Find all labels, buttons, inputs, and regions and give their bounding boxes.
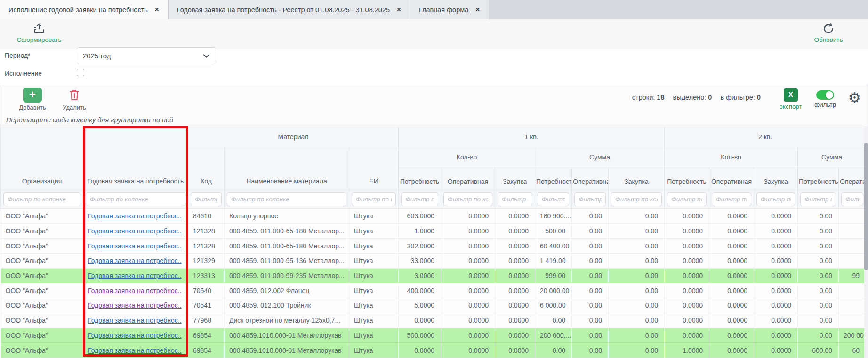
col-header-operative-10[interactable]: Оперативная (839, 167, 866, 190)
request-link[interactable]: Годовая заявка на потребнос.. (88, 287, 182, 294)
table-row[interactable]: ООО "Альфа"Годовая заявка на потребнос..… (1, 239, 866, 254)
tab-annual-request-registry[interactable]: Годовая заявка на потребность - Реестр о… (169, 0, 410, 19)
group-header-q1-qty[interactable]: Кол-во (399, 147, 535, 167)
col-header-operative-1[interactable]: Оперативная (441, 167, 495, 190)
cell-code: 69854 (188, 328, 225, 343)
table-row[interactable]: ООО "Альфа"Годовая заявка на потребнос..… (1, 313, 866, 328)
filter-input-org[interactable] (3, 192, 80, 206)
col-header-operative-4[interactable]: Оперативная (572, 167, 609, 190)
col-header-request[interactable]: Годовая заявка на потребность (83, 127, 188, 190)
request-link[interactable]: Годовая заявка на потребнос.. (88, 242, 182, 250)
col-header-code[interactable]: Код (188, 147, 225, 190)
filter-input-q1-sum-need[interactable] (538, 192, 569, 206)
filter-cell (399, 190, 441, 209)
col-header-need-3[interactable]: Потребность (535, 167, 572, 190)
cell-name: 000.4859.1010.000-01 Металлорукав (225, 343, 349, 358)
request-link[interactable]: Годовая заявка на потребнос.. (88, 257, 182, 264)
cell-unit: Штука (349, 268, 399, 283)
col-header-name[interactable]: Наименование материала (225, 147, 349, 190)
col-header-need-0[interactable]: Потребность (399, 167, 441, 190)
col-header-need-9[interactable]: Потребность (798, 167, 839, 190)
request-link[interactable]: Годовая заявка на потребнос.. (88, 212, 182, 220)
request-link[interactable]: Годовая заявка на потребнос.. (88, 332, 182, 339)
cell-org: ООО "Альфа" (1, 283, 83, 298)
filter-input-q1-sum-oper[interactable] (574, 192, 606, 206)
cell-q2-sum-need: 0.00 (798, 223, 839, 239)
filter-input-q1-qty-pur[interactable] (498, 192, 532, 206)
col-header-purchase-2[interactable]: Закупка (495, 167, 535, 190)
cell-q1-sum-pur: 0.00 (609, 313, 665, 328)
period-select[interactable]: 2025 год (77, 47, 216, 64)
group-header-material[interactable]: Материал (188, 127, 399, 147)
group-header-q2-qty[interactable]: Кол-во (665, 147, 798, 167)
table-row[interactable]: ООО "Альфа"Годовая заявка на потребнос..… (1, 298, 866, 313)
delete-button[interactable]: Удалить (58, 88, 91, 111)
request-link[interactable]: Годовая заявка на потребнос.. (88, 317, 182, 324)
cell-q1-qty-oper: 0.0000 (441, 283, 495, 298)
table-row[interactable]: ООО "Альфа"Годовая заявка на потребнос..… (1, 343, 866, 358)
col-header-purchase-5[interactable]: Закупка (609, 167, 665, 190)
scrollbar-thumb[interactable] (864, 143, 868, 270)
cell-q1-sum-oper: 0.00 (572, 254, 609, 269)
close-icon[interactable]: ✕ (154, 6, 160, 13)
cell-q2-qty-need: 1.0000 (665, 343, 709, 358)
export-button[interactable]: X экспорт (780, 88, 802, 110)
filter-input-q1-qty-oper[interactable] (443, 192, 492, 206)
table-row[interactable]: ООО "Альфа"Годовая заявка на потребнос..… (1, 209, 866, 224)
request-link[interactable]: Годовая заявка на потребнос.. (88, 347, 182, 354)
trash-icon (69, 88, 80, 103)
request-link[interactable]: Годовая заявка на потребнос.. (88, 272, 182, 279)
filter-input-q2-qty-oper[interactable] (712, 192, 751, 206)
cell-q2-qty-oper: 0.0000 (709, 343, 754, 358)
group-header-q2-sum[interactable]: Сумма (798, 147, 866, 167)
filter-toggle[interactable]: фильтр (814, 90, 836, 108)
filter-label: фильтр (814, 101, 836, 108)
filter-cell (709, 190, 754, 209)
filter-input-unit[interactable] (352, 192, 396, 206)
filter-input-q2-qty-need[interactable] (667, 192, 707, 206)
cell-q2-sum-oper (839, 223, 866, 239)
add-button[interactable]: + Добавить (15, 88, 50, 111)
filter-input-q1-sum-pur[interactable] (611, 192, 662, 206)
table-row[interactable]: ООО "Альфа"Годовая заявка на потребнос..… (1, 254, 866, 269)
refresh-button[interactable]: Обновить (810, 22, 847, 43)
cell-name: 000.4859. 011.000-65-180 Металлор... (225, 239, 349, 254)
filter-input-q1-qty-need[interactable] (401, 192, 438, 206)
table-row[interactable]: ООО "Альфа"Годовая заявка на потребнос..… (1, 268, 866, 283)
filter-cell (495, 190, 535, 209)
table-row[interactable]: ООО "Альфа"Годовая заявка на потребнос..… (1, 283, 866, 298)
request-link[interactable]: Годовая заявка на потребнос.. (88, 302, 182, 309)
table-row[interactable]: ООО "Альфа"Годовая заявка на потребнос..… (1, 328, 866, 343)
filter-input-q2-qty-pur[interactable] (756, 192, 795, 206)
request-link[interactable]: Годовая заявка на потребнос.. (88, 227, 182, 235)
cell-q1-sum-pur: 0.00 (609, 254, 665, 269)
gear-icon[interactable]: ⚙︎ (848, 91, 861, 105)
col-header-org[interactable]: Организация (1, 127, 83, 190)
filter-input-name[interactable] (227, 192, 346, 206)
col-header-unit[interactable]: ЕИ (349, 147, 399, 190)
filter-input-q2-sum-oper[interactable] (841, 192, 863, 206)
group-header-q1[interactable]: 1 кв. (399, 127, 665, 147)
cell-q2-qty-oper: 0.0000 (709, 239, 754, 254)
filter-input-request[interactable] (86, 192, 185, 206)
filter-input-code[interactable] (191, 192, 222, 206)
tab-execution-annual-request[interactable]: Исполнение годовой заявки на потребность… (0, 0, 169, 19)
close-icon[interactable]: ✕ (475, 6, 480, 13)
group-header-q1-sum[interactable]: Сумма (535, 147, 665, 167)
group-header-q2[interactable]: 2 кв. (665, 127, 866, 147)
col-header-need-6[interactable]: Потребность (665, 167, 709, 190)
execution-checkbox[interactable] (77, 69, 84, 76)
table-row[interactable]: ООО "Альфа"Годовая заявка на потребнос..… (1, 223, 866, 239)
col-header-operative-7[interactable]: Оперативная (709, 167, 754, 190)
cell-org: ООО "Альфа" (1, 298, 83, 313)
close-icon[interactable]: ✕ (396, 6, 402, 13)
cell-code: 69854 (188, 343, 225, 358)
generate-button[interactable]: Сформировать (13, 22, 65, 43)
col-header-purchase-8[interactable]: Закупка (754, 167, 798, 190)
group-dropzone[interactable]: Перетащите сюда колонку для группировки … (0, 113, 868, 127)
tab-main-form[interactable]: Главная форма ✕ (410, 0, 489, 19)
filter-input-q2-sum-need[interactable] (800, 192, 836, 206)
vertical-scrollbar[interactable] (864, 126, 868, 358)
cell-code: 121328 (188, 223, 225, 239)
cell-q1-qty-need: 0.0000 (399, 343, 441, 358)
